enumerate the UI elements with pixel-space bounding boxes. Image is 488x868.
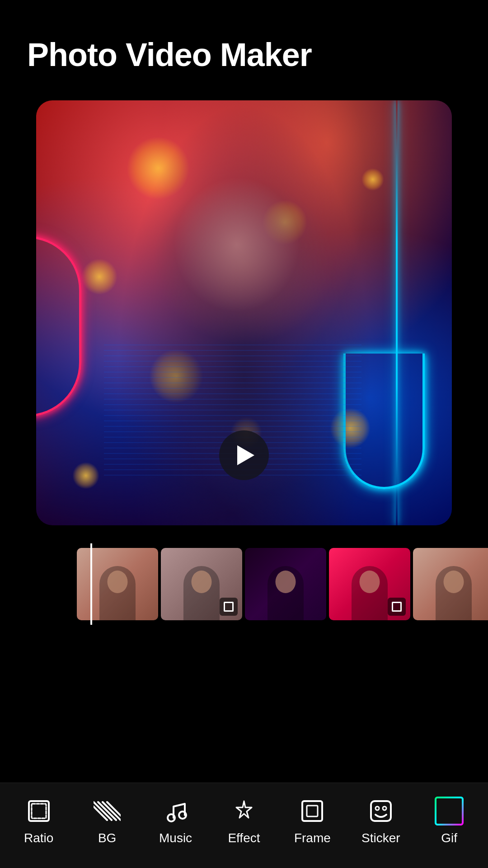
nav-item-bg[interactable]: BG [80,797,134,845]
nav-item-sticker[interactable]: Sticker [354,797,408,845]
play-icon [237,445,254,465]
frame-icon [298,797,327,826]
svg-point-13 [383,807,386,810]
nav-label-gif: Gif [441,831,457,845]
bottom-nav: Ratio BG Music [0,783,488,868]
thumbnail-5[interactable] [413,548,488,620]
thumb-badge-2 [220,598,238,616]
svg-line-2 [98,802,116,820]
gif-icon [435,797,464,826]
face-highlight [174,177,300,312]
thumb-badge-4 [388,598,406,616]
nav-label-bg: BG [98,831,116,845]
ratio-icon [24,797,53,826]
thumbnail-strip[interactable]: ♡ [0,543,488,625]
nav-label-effect: Effect [228,831,260,845]
timeline-marker [90,543,92,625]
nav-item-frame[interactable]: Frame [285,797,339,845]
thumbnail-2[interactable] [161,548,242,620]
nav-item-ratio[interactable]: Ratio [12,797,66,845]
nav-item-gif[interactable]: Gif [422,797,476,845]
svg-rect-9 [302,801,322,821]
thumbnail-3[interactable] [245,548,326,620]
nav-label-music: Music [159,831,192,845]
bg-icon [93,797,122,826]
nav-label-sticker: Sticker [361,831,400,845]
svg-rect-14 [436,797,463,825]
effect-icon [230,797,258,826]
music-icon [161,797,190,826]
svg-rect-11 [371,801,391,821]
app-title: Photo Video Maker [0,0,488,91]
svg-rect-10 [307,806,318,816]
video-preview [36,100,452,525]
nav-item-effect[interactable]: Effect [217,797,271,845]
svg-point-12 [375,807,379,810]
nav-label-ratio: Ratio [24,831,53,845]
nav-item-music[interactable]: Music [149,797,203,845]
thumbnail-1[interactable] [77,548,158,620]
svg-rect-1 [32,804,46,818]
thumbnail-4[interactable] [329,548,410,620]
sticker-icon [366,797,395,826]
app-container: Photo Video Maker [0,0,488,868]
nav-label-frame: Frame [294,831,331,845]
thumbnail-strip-wrapper: ♡ [0,543,488,625]
play-button[interactable] [219,430,269,480]
